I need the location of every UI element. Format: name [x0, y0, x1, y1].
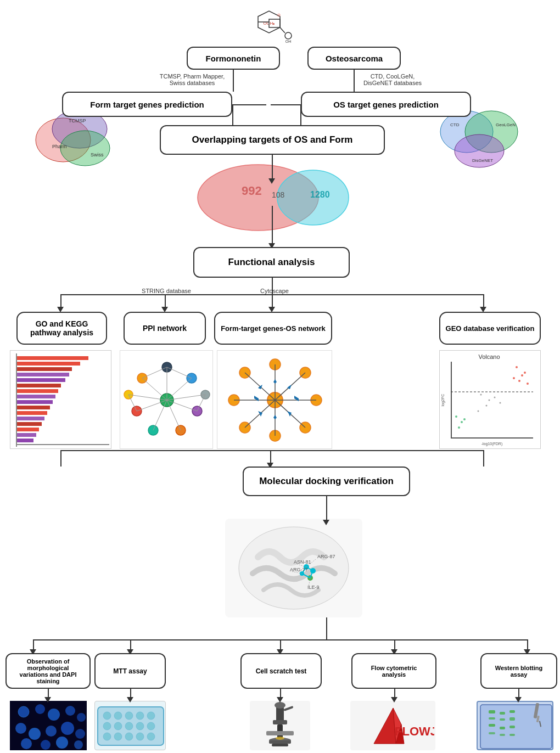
- svg-line-63: [167, 367, 192, 378]
- svg-point-106: [489, 400, 490, 401]
- svg-rect-33: [17, 389, 58, 393]
- flowchart-container: OCH₃ OH O Formononetin Osteosarcoma TCMS…: [0, 0, 560, 753]
- svg-text:ILE-9: ILE-9: [307, 585, 320, 590]
- arrow-gokegg-up: [60, 450, 61, 467]
- os-target-box: OS target genes prediction: [301, 92, 471, 117]
- cytoscape-label: Cytoscape: [253, 288, 296, 294]
- svg-point-136: [15, 723, 26, 734]
- svg-rect-31: [17, 378, 65, 382]
- svg-point-141: [21, 738, 32, 749]
- svg-rect-185: [509, 717, 515, 721]
- gokegg-image: [10, 350, 111, 449]
- svg-point-155: [147, 722, 155, 730]
- overlapping-box: Overlapping targets of OS and Form: [160, 125, 385, 155]
- chemical-structure: OCH₃ OH O: [242, 5, 296, 44]
- svg-rect-37: [17, 411, 47, 415]
- svg-line-53: [142, 378, 167, 400]
- svg-point-154: [136, 722, 144, 730]
- svg-point-133: [48, 709, 60, 721]
- svg-point-138: [46, 726, 57, 737]
- svg-point-137: [29, 728, 41, 740]
- arrow-form-down: [233, 70, 234, 92]
- os-db-label: CTD, CooLGeN, DisGeNET databases: [357, 73, 428, 86]
- svg-rect-180: [500, 712, 505, 715]
- svg-text:GeoLGeN: GeoLGeN: [496, 122, 516, 127]
- svg-point-147: [114, 712, 122, 720]
- svg-point-139: [61, 722, 74, 735]
- svg-point-10: [60, 131, 110, 166]
- assay3-box: Cell scratch test: [240, 653, 322, 689]
- svg-point-143: [56, 737, 68, 749]
- arrow-mol-branch: [326, 617, 327, 639]
- svg-point-108: [494, 397, 496, 398]
- dapi-image: [10, 701, 87, 750]
- svg-rect-26: [16, 444, 109, 445]
- osteosarcoma-box: Osteosarcoma: [307, 47, 401, 70]
- svg-marker-90: [273, 415, 277, 419]
- svg-rect-41: [17, 433, 36, 437]
- svg-point-169: [276, 737, 284, 740]
- svg-text:ASN-81: ASN-81: [294, 559, 311, 565]
- arrowhead-img2: [127, 697, 133, 703]
- form-db-label: TCMSP, Pharm Mapper, Swiss databases: [159, 73, 225, 86]
- arrowhead-img3: [277, 697, 283, 703]
- svg-rect-30: [17, 373, 69, 376]
- svg-rect-28: [17, 362, 80, 366]
- svg-point-131: [18, 706, 29, 717]
- svg-point-4: [285, 32, 292, 39]
- svg-point-95: [521, 374, 523, 376]
- svg-point-97: [524, 372, 526, 374]
- microplate-image: [94, 701, 166, 750]
- svg-point-101: [461, 421, 463, 423]
- western-blot-image: [477, 701, 553, 750]
- svg-point-98: [527, 383, 529, 385]
- arrowhead-overlap-down: [268, 178, 275, 184]
- svg-point-159: [136, 733, 144, 740]
- arrow-circles-func: [272, 206, 273, 247]
- svg-rect-25: [16, 353, 17, 447]
- svg-point-135: [77, 713, 86, 722]
- svg-rect-178: [489, 724, 495, 727]
- molecule-image: ARG-87 ASN-81 ARG-77 ILE-9: [225, 519, 362, 617]
- svg-point-107: [478, 411, 479, 412]
- svg-point-96: [518, 380, 520, 382]
- svg-rect-176: [489, 710, 495, 713]
- svg-text:992: 992: [242, 184, 262, 198]
- svg-text:-log10(FDR): -log10(FDR): [481, 442, 503, 446]
- svg-point-134: [65, 706, 75, 716]
- geo-image: Volcano -log10(FDR): [439, 350, 541, 449]
- svg-rect-27: [17, 356, 88, 360]
- svg-point-104: [480, 394, 482, 396]
- svg-rect-92: [451, 362, 452, 439]
- svg-text:O: O: [277, 13, 281, 17]
- assay5-box: Western blotting assay: [480, 653, 557, 689]
- svg-point-102: [458, 426, 460, 429]
- svg-marker-88: [273, 379, 277, 384]
- ppi-image: [120, 350, 213, 449]
- arrow-os-to-overlap-h: [271, 104, 301, 105]
- go-kegg-box: GO and KEGG pathway analysis: [16, 312, 107, 345]
- svg-rect-38: [17, 417, 44, 420]
- svg-marker-171: [374, 708, 396, 744]
- svg-line-62: [142, 367, 167, 378]
- svg-point-142: [41, 740, 51, 750]
- arrow-geo-up: [483, 450, 484, 467]
- svg-text:1280: 1280: [310, 190, 330, 199]
- svg-text:DisGeNET: DisGeNET: [472, 158, 493, 163]
- svg-point-149: [136, 712, 144, 720]
- svg-text:Swiss: Swiss: [91, 152, 104, 158]
- string-db-label: STRING database: [142, 288, 191, 294]
- arrowhead-img4: [391, 697, 397, 703]
- svg-point-167: [275, 702, 285, 709]
- venn-right: CTD GeoLGeN DisGeNET: [436, 107, 524, 173]
- svg-point-153: [125, 722, 133, 730]
- svg-point-105: [486, 405, 488, 407]
- svg-text:FLOWJO: FLOWJO: [395, 724, 434, 738]
- svg-line-54: [167, 378, 192, 400]
- svg-text:log2FC: log2FC: [441, 394, 445, 407]
- svg-text:108: 108: [272, 190, 285, 199]
- assay2-box: MTT assay: [94, 653, 166, 689]
- svg-point-160: [147, 733, 155, 740]
- molecular-docking-box: Molecular docking verification: [243, 467, 410, 496]
- ppi-box: PPI network: [124, 312, 206, 345]
